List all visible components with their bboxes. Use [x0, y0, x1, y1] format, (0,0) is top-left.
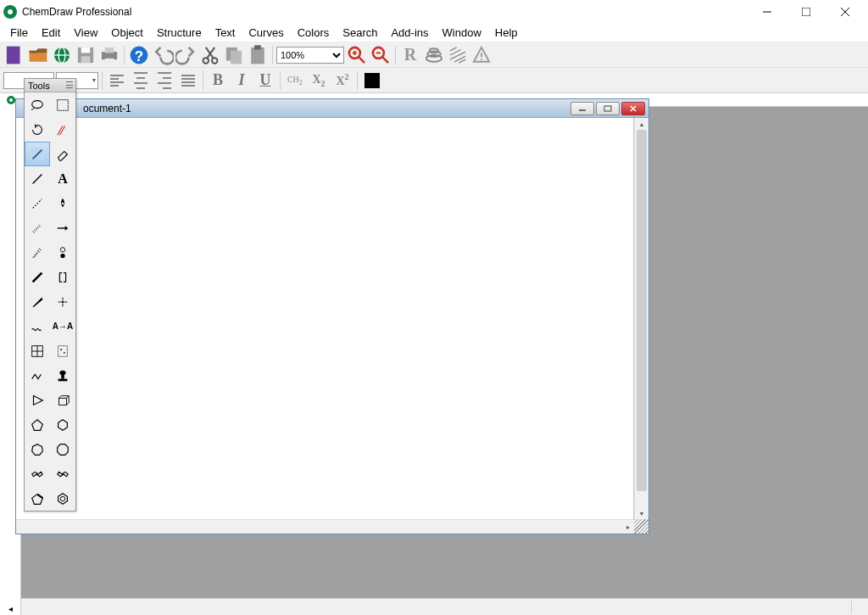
tools-panel-header[interactable]: Tools ☰ [25, 79, 75, 92]
svg-rect-85 [59, 398, 67, 405]
lasso-tool[interactable] [25, 92, 50, 117]
scroll-thumb[interactable] [637, 130, 647, 491]
color-button[interactable] [361, 70, 383, 92]
wedge-bond-tool[interactable] [25, 289, 50, 314]
new-button[interactable] [3, 44, 25, 66]
r-group-button[interactable]: R [399, 44, 421, 66]
chain-tool[interactable] [25, 363, 50, 388]
minimize-button[interactable] [748, 0, 787, 24]
document-titlebar[interactable]: ocument-1 [16, 99, 648, 118]
menu-curves[interactable]: Curves [242, 25, 290, 41]
orbital-tool[interactable] [50, 240, 75, 265]
bold-bond-tool[interactable] [25, 265, 50, 289]
octagon-tool[interactable] [50, 437, 75, 461]
align-right-button[interactable] [153, 70, 175, 92]
underline-button[interactable]: U [254, 70, 276, 92]
cyclohexane-chair2-tool[interactable] [50, 461, 75, 486]
document-canvas[interactable] [16, 118, 634, 519]
hexagon-tool[interactable] [50, 412, 75, 437]
cube-tool[interactable] [50, 388, 75, 412]
align-justify-button[interactable] [177, 70, 199, 92]
stamp-tool[interactable] [50, 363, 75, 388]
align-center-button[interactable] [130, 70, 152, 92]
tlc-tool[interactable] [50, 338, 75, 363]
clean-button[interactable] [423, 44, 445, 66]
svg-marker-87 [58, 419, 68, 430]
menu-file[interactable]: File [3, 25, 35, 41]
zoom-out-button[interactable] [370, 44, 392, 66]
doc-close-button[interactable] [621, 102, 645, 115]
svg-line-67 [39, 248, 42, 250]
play-tool[interactable] [25, 388, 50, 412]
web-button[interactable] [51, 44, 73, 66]
open-button[interactable] [27, 44, 49, 66]
hatch-button[interactable] [447, 44, 469, 66]
bracket-tool[interactable] [50, 265, 75, 289]
hashed-bond-tool[interactable] [25, 215, 50, 240]
subscript-button[interactable]: X2 [308, 70, 330, 92]
menu-edit[interactable]: Edit [35, 25, 67, 41]
zoom-in-button[interactable] [346, 44, 368, 66]
eraser-tool[interactable] [50, 142, 75, 166]
pen-tool[interactable] [50, 191, 75, 215]
scroll-left-icon[interactable]: ◂ [8, 604, 13, 615]
svg-rect-45 [604, 106, 611, 111]
align-left-button[interactable] [106, 70, 128, 92]
maximize-button[interactable] [787, 0, 826, 24]
menu-addins[interactable]: Add-ins [384, 25, 435, 41]
svg-point-81 [64, 351, 65, 353]
doc-maximize-button[interactable] [596, 102, 620, 115]
formula-button[interactable]: CH2 [284, 70, 306, 92]
tools-panel[interactable]: Tools ☰ A A→A [24, 78, 76, 512]
italic-button[interactable]: I [231, 70, 253, 92]
copy-button[interactable] [223, 44, 245, 66]
chemistry-tool[interactable] [50, 289, 75, 314]
scroll-up-icon[interactable]: ▴ [635, 118, 648, 130]
redo-button[interactable] [175, 44, 198, 66]
cyclohexane-chair-tool[interactable] [25, 461, 50, 486]
menu-object[interactable]: Object [104, 25, 150, 41]
menu-structure[interactable]: Structure [150, 25, 209, 41]
print-button[interactable] [98, 44, 120, 66]
warning-button[interactable] [470, 44, 492, 66]
cut-button[interactable] [199, 44, 221, 66]
single-bond-tool[interactable] [25, 166, 50, 191]
benzene-tool[interactable] [50, 486, 75, 511]
wavy-bond-tool[interactable] [25, 314, 50, 338]
hashed-wedge-tool[interactable] [25, 240, 50, 265]
menu-help[interactable]: Help [488, 25, 525, 41]
scroll-right-icon[interactable]: ▸ [622, 523, 634, 531]
scroll-down-icon[interactable]: ▾ [635, 507, 648, 519]
svg-line-66 [37, 250, 40, 252]
menu-colors[interactable]: Colors [291, 25, 337, 41]
pentagon-tool[interactable] [25, 412, 50, 437]
paste-button[interactable] [247, 44, 269, 66]
horizontal-scrollbar[interactable]: ▸ [16, 519, 648, 534]
text-tool[interactable]: A [50, 166, 75, 191]
undo-button[interactable] [152, 44, 174, 66]
menu-window[interactable]: Window [436, 25, 488, 41]
zoom-select[interactable]: 100% [276, 47, 344, 64]
bold-button[interactable]: B [207, 70, 229, 92]
tools-title: Tools [28, 81, 50, 91]
menu-text[interactable]: Text [209, 25, 242, 41]
heptagon-tool[interactable] [25, 437, 50, 461]
solid-bond-tool[interactable] [25, 142, 50, 166]
bond-tool[interactable] [50, 117, 75, 142]
close-button[interactable] [826, 0, 865, 24]
atom-map-tool[interactable]: A→A [50, 314, 75, 338]
cyclopentadiene-tool[interactable] [25, 486, 50, 511]
menu-view[interactable]: View [67, 25, 104, 41]
doc-minimize-button[interactable] [570, 102, 594, 115]
arrow-tool[interactable] [50, 215, 75, 240]
resize-grip[interactable] [634, 519, 648, 534]
save-button[interactable] [75, 44, 97, 66]
dashed-bond-tool[interactable] [25, 191, 50, 215]
marquee-tool[interactable] [50, 92, 75, 117]
help-button[interactable]: ? [128, 44, 150, 66]
superscript-button[interactable]: X2 [331, 70, 353, 92]
vertical-scrollbar[interactable]: ▴ ▾ [634, 118, 648, 519]
rotate-tool[interactable] [25, 117, 50, 142]
table-tool[interactable] [25, 338, 50, 363]
menu-search[interactable]: Search [336, 25, 384, 41]
